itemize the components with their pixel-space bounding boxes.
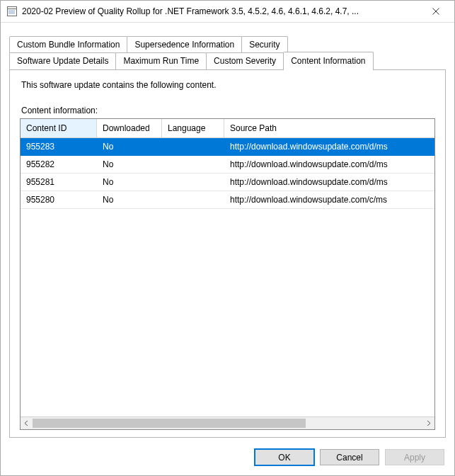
column-source-path[interactable]: Source Path bbox=[224, 119, 434, 137]
close-icon bbox=[432, 8, 439, 15]
tab-software-update-details[interactable]: Software Update Details bbox=[9, 52, 116, 71]
content-listview[interactable]: Content ID Downloaded Language Source Pa… bbox=[20, 118, 435, 430]
apply-button: Apply bbox=[385, 449, 444, 465]
window-icon bbox=[6, 6, 18, 17]
column-downloaded[interactable]: Downloaded bbox=[97, 119, 162, 137]
table-row[interactable]: 955281Nohttp://download.windowsupdate.co… bbox=[21, 174, 434, 191]
column-content-id[interactable]: Content ID bbox=[21, 119, 97, 137]
cell-source: http://download.windowsupdate.com/d/ms bbox=[224, 159, 434, 169]
tab-supersedence-information[interactable]: Supersedence Information bbox=[127, 36, 242, 53]
chevron-left-icon bbox=[24, 421, 29, 426]
scroll-track[interactable] bbox=[33, 417, 422, 429]
content-information-label: Content information: bbox=[21, 106, 435, 115]
window-title: 2020-02 Preview of Quality Rollup for .N… bbox=[22, 6, 422, 16]
scroll-right-button[interactable] bbox=[422, 417, 434, 429]
cell-content-id: 955283 bbox=[21, 142, 97, 152]
horizontal-scrollbar[interactable] bbox=[21, 416, 434, 429]
properties-dialog: 2020-02 Preview of Quality Rollup for .N… bbox=[0, 0, 455, 476]
tab-security[interactable]: Security bbox=[241, 36, 287, 53]
tab-content-information[interactable]: Content Information bbox=[283, 52, 373, 70]
cell-content-id: 955280 bbox=[21, 195, 97, 205]
listview-header: Content ID Downloaded Language Source Pa… bbox=[21, 119, 434, 138]
cell-source: http://download.windowsupdate.com/d/ms bbox=[224, 142, 434, 152]
tab-row-2: Software Update Details Maximum Run Time… bbox=[9, 52, 446, 70]
scroll-left-button[interactable] bbox=[21, 417, 33, 429]
cell-downloaded: No bbox=[97, 142, 162, 152]
dialog-buttons: OK Cancel Apply bbox=[1, 442, 454, 475]
titlebar: 2020-02 Preview of Quality Rollup for .N… bbox=[1, 1, 454, 23]
chevron-right-icon bbox=[426, 421, 431, 426]
tab-maximum-run-time[interactable]: Maximum Run Time bbox=[115, 52, 207, 71]
tab-custom-bundle-information[interactable]: Custom Bundle Information bbox=[9, 36, 127, 53]
table-row[interactable]: 955282Nohttp://download.windowsupdate.co… bbox=[21, 156, 434, 174]
cell-source: http://download.windowsupdate.com/c/ms bbox=[224, 195, 434, 205]
column-language[interactable]: Language bbox=[162, 119, 224, 137]
cell-content-id: 955281 bbox=[21, 177, 97, 187]
cancel-button[interactable]: Cancel bbox=[320, 449, 379, 465]
cell-downloaded: No bbox=[97, 159, 162, 169]
table-row[interactable]: 955280Nohttp://download.windowsupdate.co… bbox=[21, 191, 434, 209]
cell-downloaded: No bbox=[97, 195, 162, 205]
cell-content-id: 955282 bbox=[21, 159, 97, 169]
svg-rect-0 bbox=[8, 7, 17, 16]
table-row[interactable]: 955283Nohttp://download.windowsupdate.co… bbox=[21, 138, 434, 156]
cell-source: http://download.windowsupdate.com/d/ms bbox=[224, 177, 434, 187]
intro-text: This software update contains the follow… bbox=[21, 80, 435, 90]
tab-page-content-information: This software update contains the follow… bbox=[9, 69, 446, 438]
listview-body: 955283Nohttp://download.windowsupdate.co… bbox=[21, 138, 434, 416]
close-button[interactable] bbox=[422, 1, 450, 21]
cell-downloaded: No bbox=[97, 177, 162, 187]
dialog-body: Custom Bundle Information Supersedence I… bbox=[1, 23, 454, 442]
tab-row-1: Custom Bundle Information Supersedence I… bbox=[9, 35, 446, 52]
tab-custom-severity[interactable]: Custom Severity bbox=[206, 52, 284, 71]
scroll-thumb[interactable] bbox=[33, 419, 306, 428]
ok-button[interactable]: OK bbox=[255, 449, 314, 465]
